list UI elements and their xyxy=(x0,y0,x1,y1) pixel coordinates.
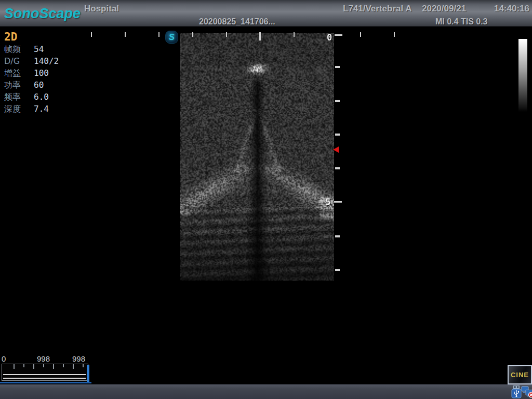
param-value: 100 xyxy=(34,68,49,80)
param-row-depth: 深度 7.4 xyxy=(4,104,59,116)
usb-icon[interactable] xyxy=(511,385,522,399)
ruler-center-tick xyxy=(259,32,261,41)
param-label: 频率 xyxy=(4,92,34,104)
cine-scrollbar[interactable] xyxy=(2,364,88,381)
param-row-frequency: 频率 6.0 xyxy=(4,92,59,104)
cine-current-frame: 998 xyxy=(37,354,50,363)
cine-ruler-tick xyxy=(23,364,24,367)
mode-label: 2D xyxy=(4,31,17,43)
ruler-tick xyxy=(125,32,126,37)
depth-tick-minor xyxy=(335,235,340,237)
cine-ruler-tick xyxy=(73,364,74,369)
depth-ruler-five: 5 xyxy=(325,196,331,207)
ruler-tick xyxy=(192,32,193,37)
exam-date: 2020/09/21 xyxy=(422,4,466,14)
param-label: 功率 xyxy=(4,80,34,92)
network-disconnected-icon[interactable] xyxy=(521,385,532,399)
grayscale-bar xyxy=(518,39,527,112)
param-value: 7.4 xyxy=(34,104,49,116)
ruler-tick xyxy=(360,32,361,37)
depth-tick-minor xyxy=(335,269,340,271)
file-name: 20200825_141706... xyxy=(199,17,275,26)
depth-tick-minor xyxy=(335,134,340,136)
focus-marker-icon xyxy=(333,147,339,153)
taskbar xyxy=(0,384,532,399)
cine-ruler-tick xyxy=(83,364,84,367)
depth-tick-minor xyxy=(335,66,340,68)
depth-tick-minor xyxy=(335,167,340,169)
cine-underline xyxy=(0,382,91,383)
param-row-dg: D/G 140/2 xyxy=(4,56,59,68)
depth-tick-minor xyxy=(335,100,340,102)
param-label: 帧频 xyxy=(4,44,34,56)
depth-tick-major xyxy=(334,201,342,203)
cine-position-marker[interactable] xyxy=(87,365,89,383)
mi-tis-readout: MI 0.4 TIS 0.3 xyxy=(435,17,487,26)
ruler-tick xyxy=(226,32,227,37)
cine-button[interactable]: CINE xyxy=(508,365,532,384)
hospital-name: Hospital xyxy=(84,4,119,14)
cine-ruler-tick xyxy=(14,364,15,369)
header-bar: SonoScape Hospital L741/Vertebral A 2020… xyxy=(0,0,532,27)
param-label: 增益 xyxy=(4,68,34,80)
param-label: D/G xyxy=(4,56,34,68)
parameter-panel: 帧频 54 D/G 140/2 增益 100 功率 60 频率 6.0 深度 7… xyxy=(4,44,59,116)
param-label: 深度 xyxy=(4,104,34,116)
ultrasound-screen: SonoScape Hospital L741/Vertebral A 2020… xyxy=(0,0,532,399)
param-row-frame-rate: 帧频 54 xyxy=(4,44,59,56)
cine-ruler-tick xyxy=(33,364,34,369)
depth-ruler-zero: 0 xyxy=(327,32,332,43)
probe-marker-icon: S xyxy=(165,31,178,44)
probe-preset-label: L741/Vertebral A xyxy=(343,4,412,14)
param-value: 60 xyxy=(34,80,44,92)
param-value: 140/2 xyxy=(34,56,59,68)
cine-ruler-tick xyxy=(63,364,64,367)
param-value: 54 xyxy=(34,44,44,56)
cine-ruler-tick xyxy=(53,364,54,369)
param-row-power: 功率 60 xyxy=(4,80,59,92)
exam-time: 14:40:16 xyxy=(494,4,529,14)
sonoscape-logo: SonoScape xyxy=(4,6,81,22)
cine-total-frames: 998 xyxy=(72,354,85,363)
cine-ruler-tick xyxy=(43,364,44,367)
param-row-gain: 增益 100 xyxy=(4,68,59,80)
ruler-tick xyxy=(394,32,395,37)
param-value: 6.0 xyxy=(34,92,49,104)
ultrasound-image xyxy=(180,33,334,281)
ruler-tick xyxy=(91,32,92,37)
cine-start-frame: 0 xyxy=(2,354,6,363)
cine-track xyxy=(3,374,86,379)
ruler-tick xyxy=(294,32,295,37)
depth-tick-major xyxy=(335,34,342,36)
ruler-tick xyxy=(158,32,159,37)
